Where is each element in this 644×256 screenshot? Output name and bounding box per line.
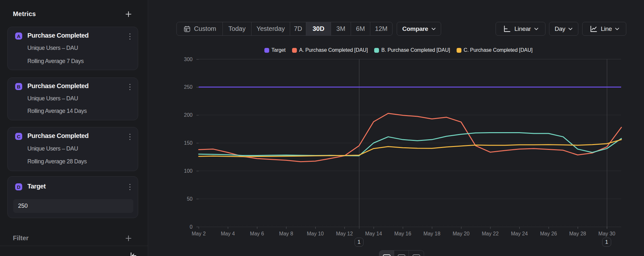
svg-text:May 18: May 18 — [423, 231, 440, 236]
svg-text:May 16: May 16 — [394, 231, 412, 236]
svg-text:May 30: May 30 — [598, 231, 615, 236]
svg-text:250: 250 — [184, 84, 193, 90]
svg-text:May 8: May 8 — [279, 231, 293, 236]
svg-text:May 14: May 14 — [365, 231, 382, 236]
svg-text:May 20: May 20 — [453, 231, 470, 236]
svg-text:100: 100 — [184, 168, 193, 174]
svg-text:May 28: May 28 — [569, 231, 586, 236]
svg-text:May 26: May 26 — [540, 231, 557, 236]
svg-text:May 24: May 24 — [511, 231, 528, 236]
svg-text:200: 200 — [184, 112, 193, 118]
svg-text:0: 0 — [190, 224, 193, 230]
svg-text:150: 150 — [184, 140, 193, 146]
svg-text:50: 50 — [187, 196, 193, 202]
svg-text:May 10: May 10 — [307, 231, 324, 236]
svg-text:May 6: May 6 — [250, 231, 264, 236]
svg-text:May 22: May 22 — [482, 231, 499, 236]
svg-text:May 2: May 2 — [192, 231, 206, 236]
svg-text:300: 300 — [184, 57, 193, 62]
svg-text:May 12: May 12 — [336, 231, 353, 236]
svg-text:May 4: May 4 — [221, 231, 235, 236]
